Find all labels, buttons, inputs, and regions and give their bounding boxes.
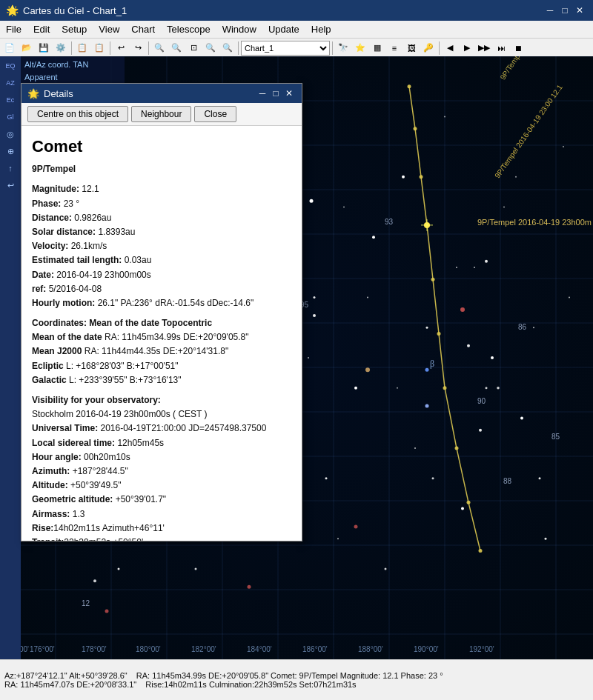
tb-end[interactable]: ⏹ [510, 40, 526, 56]
minimize-button[interactable]: ─ [543, 3, 557, 18]
info-apparent: Apparent [24, 71, 121, 84]
maximize-button[interactable]: □ [557, 3, 572, 18]
details-dialog: 🌟 Details ─ □ ✕ Centre on this object Ne… [21, 83, 302, 541]
sep-6 [439, 41, 440, 55]
vis-location: Stockholm 2016-04-19 23h00m00s ( CEST ) [32, 407, 291, 421]
side-btn-ec[interactable]: Ec [2, 92, 19, 108]
tb-play[interactable]: ▶ [459, 40, 475, 56]
status-row-2: RA: 11h45m47.07s DE:+20°08'33.1" Rise:14… [4, 680, 589, 689]
field-magnitude: Magnitude: 12.1 [32, 182, 291, 196]
tb-next[interactable]: ▶▶ [476, 40, 492, 56]
status-ra-de-comet: RA: 11h45m34.99s DE:+20°09'05.8" Comet: … [136, 671, 443, 680]
status-row-1: Az:+187°24'12.1" Alt:+50°39'28.6" RA: 11… [4, 671, 589, 680]
dialog-title-bar[interactable]: 🌟 Details ─ □ ✕ [21, 84, 302, 103]
side-btn-circle[interactable]: ◎ [2, 126, 19, 142]
side-btn-crosshair[interactable]: ⊕ [2, 143, 19, 159]
tb-new[interactable]: 📄 [1, 40, 18, 56]
side-btn-up[interactable]: ↑ [2, 160, 19, 176]
sep-2 [110, 41, 110, 55]
close-button[interactable]: ✕ [572, 3, 587, 18]
visibility-header: Visibility for your observatory: [32, 393, 291, 407]
menu-chart[interactable]: Chart [125, 21, 161, 38]
menu-update[interactable]: Update [262, 21, 305, 38]
tb-open[interactable]: 📂 [19, 40, 35, 56]
status-ra-de-2: RA: 11h45m47.07s DE:+20°08'33.1" [4, 680, 136, 689]
status-az-alt: Az:+187°24'12.1" Alt:+50°39'28.6" [4, 671, 127, 680]
sep-3 [148, 41, 149, 55]
toolbar-1: 📄 📂 💾 ⚙️ 📋 📋 ↩ ↪ 🔍 🔍 ⊡ 🔍 🔍 Chart_1 🔭 ⭐ ▦… [0, 39, 593, 58]
menu-window[interactable]: Window [216, 21, 262, 38]
tb-settings[interactable]: ⚙️ [53, 40, 69, 56]
coord-mean-date: Mean of the date RA: 11h45m34.99s DE:+20… [32, 330, 291, 344]
vis-rise: Rise:14h02m11s Azimuth+46°11' [32, 521, 291, 536]
menu-edit[interactable]: Edit [27, 21, 56, 38]
title-bar: 🌟 Cartes du Ciel - Chart_1 ─ □ ✕ [0, 0, 593, 21]
chart-select[interactable]: Chart_1 [241, 41, 330, 56]
side-btn-az[interactable]: AZ [2, 75, 19, 91]
coord-j2000: Mean J2000 RA: 11h44m44.35s DE:+20°14'31… [32, 344, 291, 359]
menu-help[interactable]: Help [305, 21, 337, 38]
tb-zoom-out[interactable]: 🔍 [168, 40, 185, 56]
tb-last[interactable]: ⏭ [493, 40, 509, 56]
tb-paste[interactable]: 📋 [91, 40, 107, 56]
neighbour-button[interactable]: Neighbour [131, 106, 191, 122]
vis-az: Azimuth: +187°28'44.5" [32, 464, 291, 479]
side-btn-eq[interactable]: EQ [2, 58, 19, 74]
tb-zoom-1[interactable]: 🔍 [202, 40, 219, 56]
coords-header: Coordinates: Mean of the date Topocentri… [32, 316, 291, 330]
dialog-title: Details [44, 88, 256, 99]
field-tail: Estimated tail length: 0.03au [32, 253, 291, 267]
vis-alt: Altitude: +50°39'49.5" [32, 479, 291, 493]
vis-geom-alt: Geometric altitude: +50°39'01.7" [32, 493, 291, 507]
dialog-minimize[interactable]: ─ [256, 87, 269, 100]
field-distance: Distance: 0.9826au [32, 211, 291, 225]
menu-view[interactable]: View [93, 21, 125, 38]
close-button[interactable]: Close [194, 106, 236, 122]
dialog-icon: 🌟 [27, 88, 39, 99]
field-ref: ref: 5/2016-04-08 [32, 282, 291, 296]
status-bar: Az:+187°24'12.1" Alt:+50°39'28.6" RA: 11… [0, 659, 593, 700]
tb-save[interactable]: 💾 [36, 40, 52, 56]
object-type: Comet [32, 133, 291, 159]
tb-star[interactable]: ⭐ [352, 40, 368, 56]
tb-photo[interactable]: 🖼 [403, 40, 420, 56]
app-icon: 🌟 [6, 4, 19, 16]
tb-copy[interactable]: 📋 [74, 40, 90, 56]
dialog-maximize[interactable]: □ [269, 87, 282, 100]
info-coord: Alt/Az coord. TAN [24, 59, 121, 71]
dialog-close-btn[interactable]: ✕ [282, 87, 296, 100]
menu-telescope[interactable]: Telescope [161, 21, 216, 38]
tb-key[interactable]: 🔑 [420, 40, 437, 56]
dialog-buttons: Centre on this object Neighbour Close [21, 103, 302, 126]
tb-zoom-in[interactable]: 🔍 [151, 40, 168, 56]
tb-grid[interactable]: ▦ [369, 40, 385, 56]
window-title: Cartes du Ciel - Chart_1 [23, 5, 543, 16]
vis-ha: Hour angle: 00h20m10s [32, 450, 291, 464]
tb-zoom-fit[interactable]: ⊡ [185, 40, 202, 56]
vis-lst: Local sidereal time: 12h05m45s [32, 436, 291, 450]
menu-setup[interactable]: Setup [56, 21, 93, 38]
tb-list[interactable]: ≡ [386, 40, 402, 56]
centre-button[interactable]: Centre on this object [27, 106, 128, 122]
tb-zoom-2[interactable]: 🔍 [219, 40, 236, 56]
tb-undo[interactable]: ↩ [113, 40, 129, 56]
tb-redo[interactable]: ↪ [130, 40, 146, 56]
sep-4 [238, 41, 239, 55]
sep-5 [332, 41, 333, 55]
tb-binoculars[interactable]: 🔭 [335, 40, 351, 56]
coord-ecliptic: Ecliptic L: +168°28'03" B:+17°00'51" [32, 359, 291, 373]
status-rise-set: Rise:14h02m11s Culmination:22h39m52s Set… [145, 680, 356, 689]
field-hourly: Hourly motion: 26.1" PA:236° dRA:-01.54s… [32, 296, 291, 310]
vis-ut: Universal Time: 2016-04-19T21:00:00 JD=2… [32, 421, 291, 436]
side-btn-gl[interactable]: Gl [2, 109, 19, 125]
field-velocity: Velocity: 26.1km/s [32, 239, 291, 253]
field-solar-dist: Solar distance: 1.8393au [32, 225, 291, 239]
field-date: Date: 2016-04-19 23h00m00s [32, 268, 291, 282]
coord-galactic: Galactic L: +233°39'55" B:+73°16'13" [32, 373, 291, 387]
vis-airmass: Airmass: 1.3 [32, 507, 291, 521]
side-btn-back[interactable]: ↩ [2, 177, 19, 193]
field-phase: Phase: 23 ° [32, 197, 291, 211]
tb-prev[interactable]: ◀ [442, 40, 458, 56]
object-name: 9P/Tempel [32, 164, 76, 174]
menu-file[interactable]: File [0, 21, 27, 38]
